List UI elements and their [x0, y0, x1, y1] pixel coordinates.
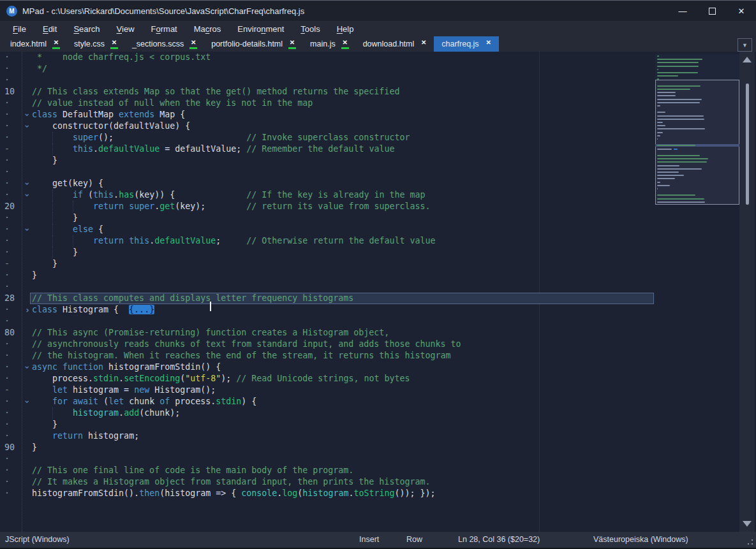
line-number: ·: [4, 189, 10, 201]
menu-item-macros[interactable]: Macros: [186, 24, 230, 34]
tab-close-area[interactable]: ✕: [52, 40, 60, 49]
tab-style.css[interactable]: style.css✕: [66, 36, 124, 52]
chevron-down-icon: ▼: [742, 42, 748, 48]
tab-portfolio-details.html[interactable]: portfolio-details.html✕: [204, 36, 302, 52]
line-number: ·: [4, 407, 10, 419]
close-tab-icon[interactable]: ✕: [191, 40, 196, 46]
code-line[interactable]: 20 return super.get(key); // return its …: [0, 201, 756, 212]
code-line[interactable]: ·// It makes a Histogram object from sta…: [0, 476, 756, 488]
code-line[interactable]: · }: [0, 247, 756, 258]
code-line[interactable]: · }: [0, 155, 756, 166]
code-line[interactable]: ·› get(key) {: [0, 178, 756, 189]
vertical-scrollbar[interactable]: [739, 52, 755, 532]
code-line[interactable]: ·›class Histogram { {...}: [0, 304, 756, 316]
menu-item-tools[interactable]: Tools: [292, 24, 328, 34]
scroll-up-icon[interactable]: [743, 57, 752, 62]
code-line[interactable]: ·› for await (let chunk of process.stdin…: [0, 396, 756, 407]
token: console: [241, 488, 277, 498]
tab-close-area[interactable]: ✕: [341, 40, 349, 49]
fold-closed-icon[interactable]: ›: [24, 304, 31, 316]
token: .: [114, 190, 119, 200]
code-line[interactable]: ·histogramFromStdin().then(histogram => …: [0, 488, 756, 499]
scroll-down-icon[interactable]: [743, 521, 752, 527]
code-line[interactable]: ·// value instead of null when the key i…: [0, 98, 756, 109]
tab-download.html[interactable]: download.html✕: [355, 36, 434, 52]
tab-close-area[interactable]: ✕: [420, 40, 427, 49]
code-line[interactable]: · return histogram;: [0, 430, 756, 442]
code-line[interactable]: ·// asynchronously reads chunks of text …: [0, 339, 756, 350]
close-tab-icon[interactable]: ✕: [485, 40, 491, 46]
code-line[interactable]: 28// This class computes and displays le…: [0, 293, 756, 304]
minimize-button[interactable]: —: [668, 1, 697, 21]
scrollbar-thumb[interactable]: [746, 84, 749, 205]
code-line[interactable]: - let histogram = new Histogram();: [0, 384, 756, 396]
line-number: ·: [4, 155, 10, 166]
menu-item-format[interactable]: Format: [143, 24, 186, 34]
code-line[interactable]: 10// This class extends Map so that the …: [0, 86, 756, 98]
code-line[interactable]: ·// This one final line of code is the m…: [0, 465, 756, 476]
tab-charfreq.js[interactable]: charfreq.js✕: [434, 36, 498, 52]
minimap-line: [657, 158, 708, 159]
code-line[interactable]: - this.defaultValue = defaultValue; // R…: [0, 143, 756, 155]
code-line[interactable]: - }: [0, 258, 756, 270]
code-line[interactable]: 90}: [0, 442, 756, 453]
menu-item-file[interactable]: File: [4, 24, 34, 34]
tab-close-area[interactable]: ✕: [110, 40, 118, 49]
code-line[interactable]: ·› if (this.has(key)) { // If the key is…: [0, 189, 756, 201]
close-tab-icon[interactable]: ✕: [112, 40, 117, 46]
code-line[interactable]: ·› else {: [0, 224, 756, 235]
code-editor[interactable]: · * node charfreq.js < corpus.txt· */·10…: [0, 52, 756, 532]
code-line[interactable]: ·}: [0, 270, 756, 281]
tab-close-area[interactable]: ✕: [485, 40, 493, 49]
close-tab-icon[interactable]: ✕: [54, 40, 59, 46]
code-line[interactable]: ·› constructor(defaultValue) {: [0, 121, 756, 132]
tab-overflow-dropdown[interactable]: ▼: [737, 38, 752, 52]
code-line[interactable]: · histogram.add(chunk);: [0, 407, 756, 419]
code-line[interactable]: · return this.defaultValue; // Otherwise…: [0, 235, 756, 247]
code-line[interactable]: ·// the histogram. When it reaches the e…: [0, 350, 756, 362]
code-area: · * node charfreq.js < corpus.txt· */·10…: [0, 52, 756, 499]
tab-main.js[interactable]: main.js✕: [302, 36, 355, 52]
tab-close-area[interactable]: ✕: [189, 40, 197, 49]
folded-code-box[interactable]: {...}: [129, 305, 154, 314]
modified-indicator: [189, 47, 197, 49]
close-tab-icon[interactable]: ✕: [290, 40, 295, 46]
line-number: ·: [4, 430, 10, 442]
code-line[interactable]: · }: [0, 419, 756, 430]
tab-close-area[interactable]: ✕: [288, 40, 296, 49]
code-line[interactable]: ·: [0, 453, 756, 465]
code-line[interactable]: ·: [0, 75, 756, 86]
code-text: // This class extends Map so that the ge…: [32, 86, 399, 98]
maximize-button[interactable]: [697, 1, 727, 21]
minimap[interactable]: [655, 54, 739, 205]
code-line[interactable]: 80// This async (Promise-returning) func…: [0, 327, 756, 339]
line-number: ·: [4, 316, 10, 327]
code-line[interactable]: ·: [0, 281, 756, 293]
code-line[interactable]: · */: [0, 63, 756, 75]
code-line[interactable]: · process.stdin.setEncoding("utf-8"); //…: [0, 373, 756, 384]
menu-item-edit[interactable]: Edit: [34, 24, 65, 34]
menu-item-help[interactable]: Help: [329, 24, 362, 34]
menu-item-search[interactable]: Search: [65, 24, 108, 34]
code-line[interactable]: ·›class DefaultMap extends Map {: [0, 109, 756, 121]
close-tab-icon[interactable]: ✕: [421, 40, 426, 46]
tab-index.html[interactable]: index.html✕: [3, 36, 66, 52]
token: histogram: [73, 408, 119, 418]
token: extends: [119, 110, 154, 119]
menu-item-environment[interactable]: Environment: [229, 24, 292, 34]
close-tab-icon[interactable]: ✕: [342, 40, 347, 46]
code-line[interactable]: · super(); // Invoke superclass construc…: [0, 132, 756, 143]
tab-_sections.scss[interactable]: _sections.scss✕: [124, 36, 204, 52]
code-line[interactable]: ·: [0, 166, 756, 178]
code-line[interactable]: · * node charfreq.js < corpus.txt: [0, 52, 756, 63]
menu-item-view[interactable]: View: [108, 24, 143, 34]
line-number: ·: [4, 453, 10, 465]
code-line[interactable]: ·: [0, 316, 756, 327]
resize-grip[interactable]: [748, 539, 753, 545]
close-button[interactable]: ✕: [727, 1, 756, 21]
titlebar: M MPad - c:\Users\Rickard\Documents\Sour…: [0, 1, 756, 21]
code-line[interactable]: · }: [0, 212, 756, 224]
token: {: [93, 224, 103, 234]
line-number: 28: [4, 293, 15, 304]
code-line[interactable]: ·›async function histogramFromStdin() {: [0, 362, 756, 373]
